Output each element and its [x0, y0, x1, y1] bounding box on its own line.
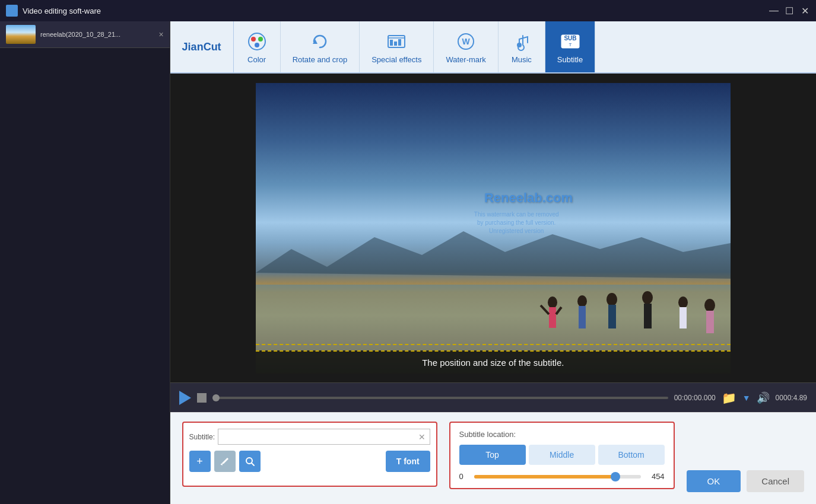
video-area: Reneelab.com This watermark can be remov… [170, 74, 816, 382]
toolbar-effects[interactable]: Special effects [360, 21, 434, 72]
svg-rect-9 [398, 39, 401, 46]
file-close-button[interactable]: × [158, 30, 163, 39]
main-container: reneelab(2020_10_28_21... × JianCut [0, 21, 816, 504]
svg-line-34 [252, 463, 254, 465]
time-right-area: 📁 ▼ 🔊 0000:4.89 [722, 391, 807, 405]
search-icon [245, 456, 255, 467]
maximize-button[interactable]: ☐ [784, 5, 795, 16]
location-top-button[interactable]: Top [459, 445, 526, 465]
subtitle-edit-button[interactable] [214, 451, 236, 472]
brand-name: JianCut [182, 41, 221, 53]
slider-min-label: 0 [459, 472, 468, 481]
subtitle-actions: + [189, 451, 430, 472]
ok-button[interactable]: OK [687, 470, 741, 492]
svg-point-3 [255, 43, 259, 47]
controls-bar: 00:00:00.000 📁 ▼ 🔊 0000:4.89 [170, 382, 816, 412]
svg-rect-29 [680, 307, 687, 328]
progress-thumb[interactable] [212, 394, 220, 401]
svg-point-28 [678, 296, 688, 308]
app-title: Video editing soft-ware [23, 7, 101, 15]
svg-point-26 [642, 291, 653, 304]
svg-text:W: W [462, 37, 471, 46]
svg-point-12 [517, 43, 522, 47]
toolbar-subtitle[interactable]: SUB T Subtitle [545, 21, 595, 72]
location-slider-row: 0 454 [459, 472, 665, 481]
svg-text:SUB: SUB [564, 35, 576, 42]
subtitle-font-button[interactable]: T font [386, 451, 430, 472]
svg-rect-27 [644, 304, 652, 328]
svg-point-18 [548, 296, 557, 308]
location-label: Subtitle location: [459, 430, 665, 439]
volume-icon[interactable]: 🔊 [757, 391, 770, 404]
effects-label: Special effects [372, 55, 421, 64]
stop-icon [197, 393, 207, 403]
toolbar-watermark[interactable]: W Water-mark [434, 21, 498, 72]
subtitle-input-clear-button[interactable]: ✕ [418, 432, 426, 442]
brand-logo: JianCut [170, 21, 234, 72]
svg-rect-7 [390, 40, 393, 46]
svg-text:T: T [569, 42, 571, 47]
video-frame: Reneelab.com This watermark can be remov… [256, 83, 731, 374]
subtitle-location-panel: Subtitle location: Top Middle Bottom 0 4… [449, 422, 675, 489]
rotate-icon [309, 30, 331, 53]
svg-rect-8 [394, 42, 397, 46]
file-thumbnail [6, 25, 36, 44]
location-middle-button[interactable]: Middle [529, 445, 595, 465]
chevron-down-icon[interactable]: ▼ [742, 393, 751, 403]
subtitle-add-button[interactable]: + [189, 451, 211, 472]
svg-point-2 [258, 37, 263, 42]
app-icon [6, 5, 18, 17]
bottom-actions: OK Cancel [687, 422, 804, 495]
color-label: Color [247, 55, 266, 64]
subtitle-label: Subtitle [557, 55, 583, 64]
svg-point-24 [607, 293, 617, 306]
time-start: 00:00:00.000 [674, 394, 716, 402]
minimize-button[interactable]: — [769, 5, 779, 16]
location-slider[interactable] [474, 475, 641, 479]
subtitle-field-label: Subtitle: [189, 433, 215, 441]
title-bar: Video editing soft-ware — ☐ ✕ [0, 0, 816, 21]
toolbar-rotate[interactable]: Rotate and crop [281, 21, 360, 72]
svg-point-30 [704, 299, 715, 312]
play-icon [179, 391, 191, 405]
svg-point-22 [577, 295, 587, 307]
toolbar: JianCut Color [170, 21, 816, 74]
right-content: JianCut Color [170, 21, 816, 504]
slider-fill [474, 475, 616, 479]
svg-rect-23 [579, 306, 586, 328]
progress-bar[interactable] [212, 397, 668, 399]
subtitle-display-text: The position and size of the subtitle. [422, 358, 564, 368]
music-icon [510, 30, 533, 53]
effects-icon [385, 30, 408, 53]
svg-line-32 [221, 464, 223, 465]
svg-point-1 [251, 37, 256, 42]
subtitle-input-panel: Subtitle: ✕ + [182, 422, 437, 487]
watermark-small: This watermark can be removedby purchasi… [474, 210, 559, 235]
svg-rect-19 [549, 307, 556, 328]
play-button[interactable] [179, 391, 191, 405]
file-name: reneelab(2020_10_28_21... [40, 31, 154, 38]
subtitle-boundary-line [256, 344, 731, 345]
toolbar-music[interactable]: Music [499, 21, 545, 72]
folder-icon[interactable]: 📁 [722, 391, 736, 405]
watermark-label: Water-mark [446, 55, 485, 64]
slider-thumb[interactable] [611, 472, 620, 481]
subtitle-icon: SUB T [559, 30, 582, 53]
cancel-button[interactable]: Cancel [747, 470, 804, 492]
left-panel: reneelab(2020_10_28_21... × [0, 21, 170, 504]
bottom-panel: Subtitle: ✕ + [170, 412, 816, 504]
time-end: 0000:4.89 [776, 394, 807, 402]
subtitle-text-input[interactable] [218, 429, 430, 445]
svg-rect-25 [608, 305, 616, 328]
file-tab[interactable]: reneelab(2020_10_28_21... × [0, 21, 170, 48]
watermark-icon: W [455, 30, 477, 53]
subtitle-search-button[interactable] [239, 451, 261, 472]
pencil-icon [220, 456, 230, 467]
location-bottom-button[interactable]: Bottom [598, 445, 665, 465]
toolbar-color[interactable]: Color [234, 21, 281, 72]
watermark-text: Reneelab.com [484, 190, 573, 206]
close-button[interactable]: ✕ [799, 5, 810, 16]
location-buttons-group: Top Middle Bottom [459, 445, 665, 465]
color-icon [246, 30, 268, 53]
stop-button[interactable] [197, 393, 207, 403]
